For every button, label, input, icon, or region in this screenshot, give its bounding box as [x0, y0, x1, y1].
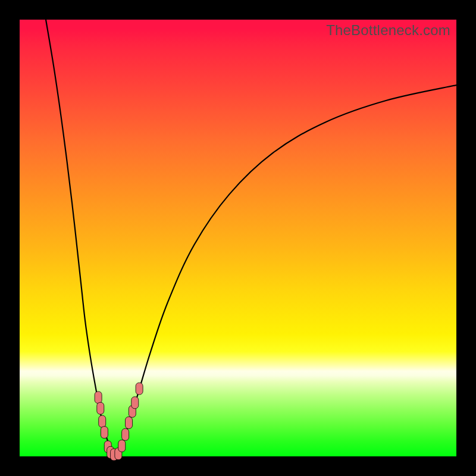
- plot-area: TheBottleneck.com: [20, 20, 456, 456]
- data-marker: [131, 397, 139, 409]
- data-marker: [95, 392, 102, 403]
- data-marker: [122, 428, 129, 440]
- curve-left-branch: [46, 20, 115, 455]
- data-marker: [118, 440, 126, 452]
- curve-right-branch: [118, 85, 456, 455]
- curves-svg: [20, 20, 456, 456]
- data-marker: [99, 415, 106, 427]
- data-marker: [126, 416, 133, 428]
- data-marker: [101, 427, 108, 439]
- data-marker: [97, 402, 104, 414]
- data-marker: [136, 383, 143, 394]
- marker-group: [95, 383, 143, 461]
- chart-frame: TheBottleneck.com: [0, 0, 476, 476]
